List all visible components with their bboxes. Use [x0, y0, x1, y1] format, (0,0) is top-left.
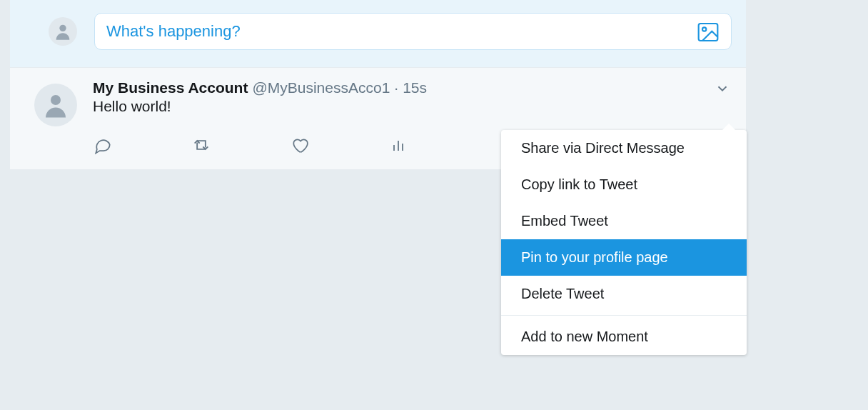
menu-pin[interactable]: Pin to your profile page: [501, 239, 747, 276]
menu-add-moment[interactable]: Add to new Moment: [501, 319, 747, 355]
tweet-display-name[interactable]: My Business Account: [93, 79, 248, 96]
tweet-avatar[interactable]: [34, 84, 77, 126]
svg-rect-1: [699, 24, 718, 41]
compose-input[interactable]: [106, 22, 697, 41]
compose-avatar[interactable]: [49, 17, 77, 46]
retweet-icon[interactable]: [191, 135, 211, 155]
tweet-more-button[interactable]: [715, 81, 730, 99]
svg-point-2: [702, 27, 706, 31]
like-icon[interactable]: [290, 135, 310, 155]
avatar-placeholder-icon: [34, 84, 77, 126]
menu-share-dm[interactable]: Share via Direct Message: [501, 130, 747, 166]
tweet-separator: ·: [394, 79, 398, 96]
analytics-icon[interactable]: [388, 135, 408, 155]
tweet-more-menu: Share via Direct Message Copy link to Tw…: [501, 130, 747, 355]
reply-icon[interactable]: [93, 135, 113, 155]
svg-point-3: [51, 95, 61, 105]
tweet-header: My Business Account @MyBusinessAcco1 · 1…: [93, 79, 732, 96]
menu-delete[interactable]: Delete Tweet: [501, 276, 747, 312]
menu-copy-link[interactable]: Copy link to Tweet: [501, 166, 747, 203]
tweet-text: Hello world!: [93, 98, 732, 115]
menu-embed[interactable]: Embed Tweet: [501, 203, 747, 239]
image-icon[interactable]: [697, 21, 720, 42]
feed-column: My Business Account @MyBusinessAcco1 · 1…: [10, 0, 746, 169]
tweet-handle[interactable]: @MyBusinessAcco1: [252, 79, 390, 96]
tweet-timestamp[interactable]: 15s: [403, 79, 427, 96]
compose-input-wrap[interactable]: [94, 13, 732, 50]
compose-box: [10, 0, 746, 68]
menu-separator: [501, 315, 747, 316]
avatar-placeholder-icon: [49, 17, 77, 46]
svg-point-0: [59, 25, 66, 31]
